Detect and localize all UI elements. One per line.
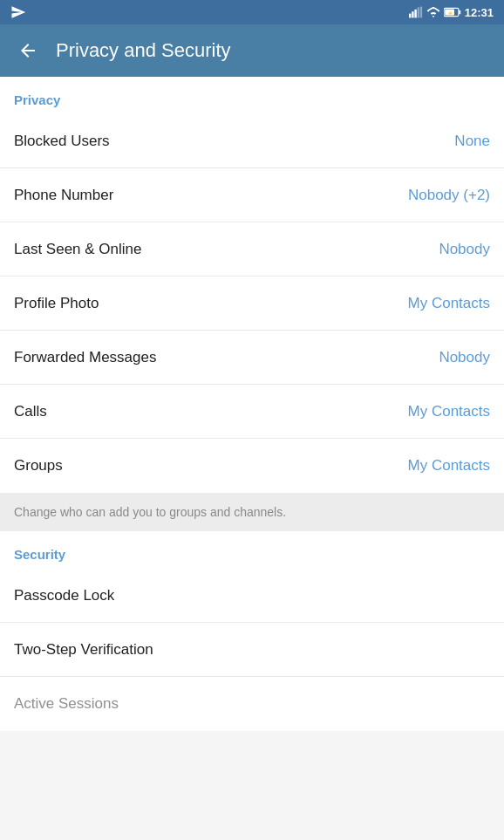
groups-value: My Contacts	[408, 457, 490, 475]
back-button[interactable]	[14, 37, 42, 65]
profile-photo-label: Profile Photo	[14, 295, 99, 312]
back-icon	[17, 40, 38, 61]
phone-number-value: Nobody (+2)	[408, 187, 490, 204]
forwarded-messages-row[interactable]: Forwarded Messages Nobody	[0, 331, 504, 385]
forwarded-messages-label: Forwarded Messages	[14, 349, 156, 366]
phone-number-label: Phone Number	[14, 187, 113, 204]
passcode-lock-label: Passcode Lock	[14, 587, 114, 604]
security-section-header: Security	[0, 531, 504, 569]
wifi-icon	[426, 6, 440, 18]
security-group: Security Passcode Lock Two-Step Verifica…	[0, 531, 504, 731]
status-bar-right: ⚡ 12:31	[409, 6, 494, 19]
blocked-users-label: Blocked Users	[14, 133, 110, 150]
page-title: Privacy and Security	[56, 39, 231, 62]
blocked-users-value: None	[454, 133, 490, 150]
svg-rect-6	[459, 10, 460, 15]
status-bar-left	[10, 4, 26, 20]
svg-rect-0	[409, 14, 411, 18]
blocked-users-row[interactable]: Blocked Users None	[0, 114, 504, 168]
active-sessions-label: Active Sessions	[14, 695, 119, 713]
status-time: 12:31	[465, 6, 494, 19]
last-seen-label: Last Seen & Online	[14, 241, 141, 258]
privacy-section-header: Privacy	[0, 77, 504, 114]
privacy-group: Privacy Blocked Users None Phone Number …	[0, 77, 504, 493]
svg-text:⚡: ⚡	[447, 10, 453, 17]
telegram-icon	[10, 4, 26, 20]
svg-rect-1	[412, 11, 413, 17]
calls-row[interactable]: Calls My Contacts	[0, 385, 504, 439]
calls-value: My Contacts	[408, 403, 490, 420]
signal-icon	[409, 6, 423, 18]
passcode-lock-row[interactable]: Passcode Lock	[0, 569, 504, 623]
two-step-verification-label: Two-Step Verification	[14, 641, 153, 659]
battery-icon: ⚡	[444, 7, 461, 17]
groups-row[interactable]: Groups My Contacts	[0, 439, 504, 493]
groups-label: Groups	[14, 457, 63, 475]
last-seen-row[interactable]: Last Seen & Online Nobody	[0, 222, 504, 277]
svg-rect-3	[417, 7, 419, 17]
calls-label: Calls	[14, 403, 47, 420]
active-sessions-row[interactable]: Active Sessions	[0, 677, 504, 731]
app-bar: Privacy and Security	[0, 24, 504, 77]
groups-info-text: Change who can add you to groups and cha…	[0, 493, 504, 531]
phone-number-row[interactable]: Phone Number Nobody (+2)	[0, 168, 504, 222]
profile-photo-value: My Contacts	[408, 295, 490, 312]
svg-rect-2	[414, 10, 416, 18]
two-step-verification-row[interactable]: Two-Step Verification	[0, 623, 504, 677]
last-seen-value: Nobody	[439, 241, 490, 258]
status-bar: ⚡ 12:31	[0, 0, 504, 24]
profile-photo-row[interactable]: Profile Photo My Contacts	[0, 277, 504, 331]
forwarded-messages-value: Nobody	[439, 349, 490, 366]
svg-rect-4	[420, 7, 422, 18]
